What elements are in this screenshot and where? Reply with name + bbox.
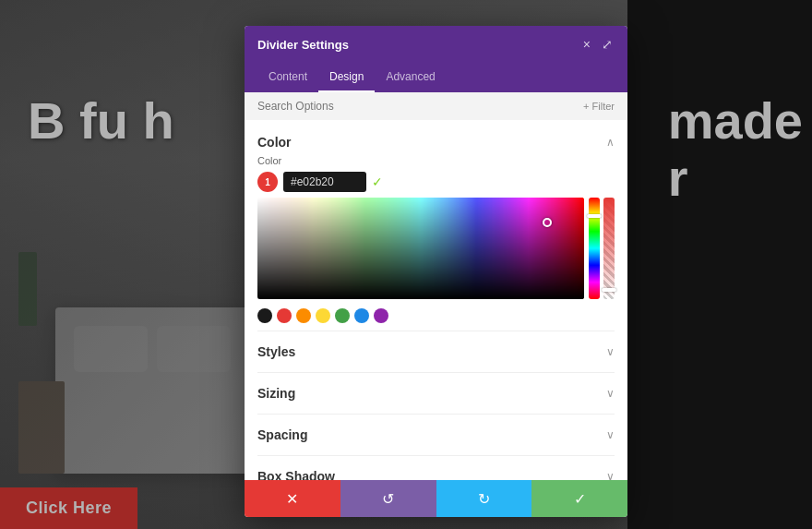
reset-button[interactable]: ↺ — [340, 480, 436, 517]
color-picker[interactable] — [257, 198, 615, 299]
tab-design[interactable]: Design — [318, 63, 375, 92]
swatch-yellow[interactable] — [316, 308, 330, 323]
hue-thumb — [587, 214, 602, 218]
swatch-purple[interactable] — [374, 308, 388, 323]
modal-tabs: Content Design Advanced — [245, 63, 627, 92]
modal-body: Color ∧ Color 1 ✓ — [245, 120, 627, 480]
modal-header-icons: × ⤢ — [581, 35, 615, 54]
spacing-chevron-icon: ∨ — [606, 428, 615, 441]
modal-content: Color ∧ Color 1 ✓ — [245, 120, 627, 480]
color-check-icon[interactable]: ✓ — [372, 174, 383, 189]
modal-header: Divider Settings × ⤢ — [245, 26, 627, 63]
box-shadow-chevron-icon: ∨ — [606, 470, 615, 480]
swatch-blue[interactable] — [354, 308, 369, 323]
box-shadow-section-header[interactable]: Box Shadow ∨ — [257, 463, 615, 480]
alpha-bar[interactable] — [603, 198, 615, 299]
swatch-orange[interactable] — [296, 308, 311, 323]
alpha-thumb — [602, 288, 616, 292]
tab-content[interactable]: Content — [257, 63, 318, 92]
swatch-green[interactable] — [335, 308, 350, 323]
styles-chevron-icon: ∨ — [606, 345, 615, 358]
box-shadow-section-title: Box Shadow — [257, 469, 335, 480]
modal-footer: ✕ ↺ ↻ ✓ — [245, 480, 627, 517]
styles-section-header[interactable]: Styles ∨ — [257, 339, 615, 365]
color-badge: 1 — [257, 172, 278, 192]
cancel-button[interactable]: ✕ — [245, 480, 340, 517]
divider-settings-modal: Divider Settings × ⤢ Content Design Adva… — [245, 26, 627, 517]
color-section-title: Color — [257, 135, 292, 150]
collapse-button[interactable]: × — [581, 35, 592, 54]
spacing-section: Spacing ∨ — [257, 414, 615, 455]
search-bar: + Filter — [245, 92, 627, 120]
expand-button[interactable]: ⤢ — [600, 35, 615, 54]
styles-section: Styles ∨ — [257, 331, 615, 372]
color-label: Color — [257, 155, 615, 166]
color-hex-input[interactable] — [283, 172, 366, 192]
sizing-section-title: Sizing — [257, 386, 295, 401]
color-picker-area: Color 1 ✓ — [257, 155, 615, 327]
tab-advanced[interactable]: Advanced — [375, 63, 446, 92]
spacing-section-title: Spacing — [257, 427, 307, 442]
save-button[interactable]: ✓ — [531, 480, 627, 517]
sizing-section: Sizing ∨ — [257, 372, 615, 414]
color-input-row: 1 ✓ — [257, 172, 615, 192]
color-canvas[interactable] — [257, 198, 584, 299]
hue-bar[interactable] — [589, 198, 600, 299]
spacing-section-header[interactable]: Spacing ∨ — [257, 422, 615, 448]
sizing-chevron-icon: ∨ — [606, 387, 615, 400]
styles-section-title: Styles — [257, 344, 295, 359]
modal-title: Divider Settings — [257, 38, 349, 52]
color-section-header[interactable]: Color ∧ — [257, 129, 615, 155]
swatch-red[interactable] — [277, 308, 292, 323]
filter-button[interactable]: + Filter — [583, 101, 615, 112]
color-chevron-icon: ∧ — [606, 136, 615, 149]
sizing-section-header[interactable]: Sizing ∨ — [257, 380, 615, 406]
redo-button[interactable]: ↻ — [436, 480, 532, 517]
swatch-black[interactable] — [257, 308, 272, 323]
color-gradient-main[interactable] — [257, 198, 584, 299]
color-swatches — [257, 305, 615, 327]
color-section: Color ∧ Color 1 ✓ — [257, 129, 615, 327]
search-input[interactable] — [257, 100, 583, 113]
box-shadow-section: Box Shadow ∨ — [257, 455, 615, 480]
